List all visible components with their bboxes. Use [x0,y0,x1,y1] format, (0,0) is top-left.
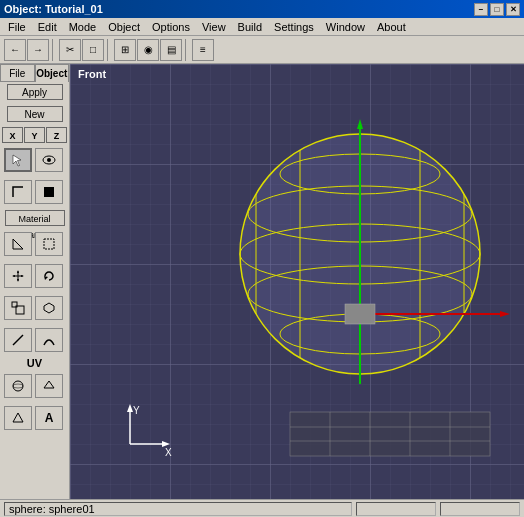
title-bar: Object: Tutorial_01 − □ ✕ [0,0,524,18]
tool-grid-7 [2,372,67,400]
menu-settings[interactable]: Settings [268,18,320,35]
title-text: Object: Tutorial_01 [4,3,103,15]
tool-text[interactable]: A [35,406,63,430]
svg-text:X: X [165,447,172,458]
tool-grid-1 [2,146,67,174]
toolbar-cut-button[interactable]: ✂ [59,39,81,61]
minimize-button[interactable]: − [474,3,488,16]
svg-point-17 [13,381,23,391]
tool-select[interactable] [4,148,32,172]
tool-eye[interactable] [35,148,63,172]
menu-mode[interactable]: Mode [63,18,103,35]
y-button[interactable]: Y [24,127,45,143]
xyz-row: X Y Z [0,126,69,144]
toolbar-separator-3 [185,39,189,61]
svg-marker-15 [44,303,54,313]
menu-window[interactable]: Window [320,18,371,35]
maximize-button[interactable]: □ [490,3,504,16]
tab-object[interactable]: Object [35,64,70,82]
svg-point-18 [13,384,23,388]
toolbar-snap-button[interactable]: ▤ [160,39,182,61]
apply-button[interactable]: Apply [7,84,63,100]
uv-label: UV [0,356,69,370]
menu-edit[interactable]: Edit [32,18,63,35]
menu-build[interactable]: Build [232,18,268,35]
status-main: sphere: sphere01 [4,502,352,516]
svg-marker-19 [44,381,54,388]
x-button[interactable]: X [2,127,23,143]
main-layout: File Object Apply New X Y Z [0,64,524,499]
svg-marker-0 [13,155,21,166]
menu-file[interactable]: File [2,18,32,35]
svg-line-16 [13,335,23,345]
tool-move[interactable] [4,264,32,288]
menu-view[interactable]: View [196,18,232,35]
menu-bar: File Edit Mode Object Options View Build… [0,18,524,36]
tool-triangle[interactable] [4,406,32,430]
menu-about[interactable]: About [371,18,412,35]
tool-grid-2 [2,178,67,206]
status-bar: sphere: sphere01 [0,499,524,517]
toolbar-copy-button[interactable]: □ [82,39,104,61]
toolbar-separator-1 [52,39,56,61]
toolbar-circle-button[interactable]: ◉ [137,39,159,61]
status-text: sphere: sphere01 [9,503,95,515]
title-bar-buttons: − □ ✕ [474,3,520,16]
viewport[interactable]: Front [70,64,524,499]
z-button[interactable]: Z [46,127,67,143]
tool-corner[interactable] [4,180,32,204]
tool-line[interactable] [4,328,32,352]
tool-mesh[interactable] [35,374,63,398]
tool-square[interactable] [35,180,63,204]
tool-curve[interactable] [35,328,63,352]
svg-rect-39 [290,412,490,456]
tool-grid-8: A [2,404,67,432]
toolbar: ← → ✂ □ ⊞ ◉ ▤ ≡ [0,36,524,64]
tool-arrow[interactable] [4,232,32,256]
svg-rect-3 [44,187,54,197]
status-section-2 [356,502,436,516]
svg-rect-5 [44,239,54,249]
svg-marker-11 [21,275,24,277]
tool-grid-4 [2,262,67,290]
svg-marker-9 [17,279,19,282]
toolbar-undo-button[interactable]: ← [4,39,26,61]
toolbar-separator-2 [107,39,111,61]
close-button[interactable]: ✕ [506,3,520,16]
viewport-label: Front [78,68,106,80]
svg-marker-20 [13,413,23,422]
viewport-svg: Y X [70,64,524,499]
new-button[interactable]: New [7,106,63,122]
toolbar-redo-button[interactable]: → [27,39,49,61]
tab-file[interactable]: File [0,64,35,82]
menu-options[interactable]: Options [146,18,196,35]
tool-sphere[interactable] [4,374,32,398]
tool-scale[interactable] [4,296,32,320]
svg-text:Y: Y [133,405,140,416]
material-name-button[interactable]: Material Name [5,210,65,226]
tool-rect-select[interactable] [35,232,63,256]
svg-point-2 [47,158,51,162]
svg-rect-38 [345,304,375,324]
status-section-3 [440,502,520,516]
svg-marker-4 [13,239,23,249]
tool-grid-3 [2,230,67,258]
menu-object[interactable]: Object [102,18,146,35]
svg-marker-12 [44,276,48,280]
toolbar-list-button[interactable]: ≡ [192,39,214,61]
svg-marker-8 [17,270,19,273]
tool-grid-6 [2,326,67,354]
svg-marker-10 [12,275,15,277]
material-tabs: File Object [0,64,69,82]
tool-polygon[interactable] [35,296,63,320]
tool-rotate[interactable] [35,264,63,288]
left-panel: File Object Apply New X Y Z [0,64,70,499]
flat-mesh [290,412,490,456]
tool-grid-5 [2,294,67,322]
toolbar-grid-button[interactable]: ⊞ [114,39,136,61]
